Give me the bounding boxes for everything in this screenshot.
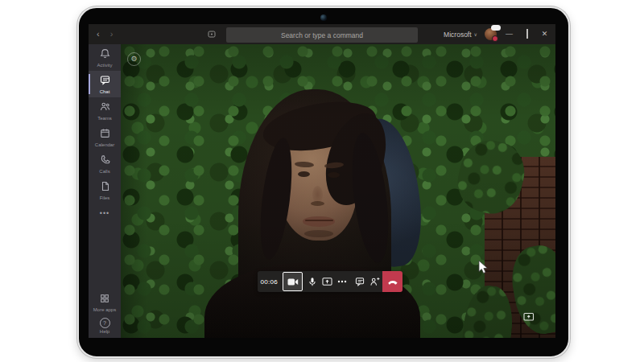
close-button[interactable]: ✕ [539, 24, 550, 44]
search-input[interactable] [226, 27, 418, 43]
sidebar-item-label: Calls [99, 169, 109, 174]
sidebar-bottom: More apps ? Help [89, 290, 121, 338]
history-nav: ‹ › [97, 24, 113, 44]
more-actions-button[interactable] [335, 271, 350, 292]
settings-gear-icon[interactable]: ⚙ [127, 52, 141, 66]
bell-icon [100, 47, 110, 62]
account-name: Microsoft [444, 31, 471, 39]
avatar[interactable] [485, 28, 497, 40]
show-conversation-button[interactable] [353, 271, 368, 292]
chin-shadow [304, 230, 333, 237]
sidebar-item-label: Activity [97, 63, 112, 68]
more-ellipsis-icon: ••• [100, 209, 109, 217]
ellipsis-icon [337, 280, 347, 283]
sidebar-item-chat[interactable]: Chat [89, 71, 121, 97]
share-screen-icon [322, 277, 332, 286]
video-feed: ⚙ 00:06 [121, 44, 555, 338]
desktop-background: ‹ › Microsoft ∨ — ✕ [0, 0, 644, 362]
eye-left [298, 171, 310, 177]
video-camera-icon [287, 278, 299, 286]
screen-pop-out-icon[interactable] [523, 312, 535, 322]
file-icon [100, 180, 110, 195]
help-circle-icon: ? [100, 318, 110, 328]
phone-icon [100, 154, 110, 168]
microphone-button[interactable] [304, 271, 320, 292]
active-call-indicator-icon[interactable] [208, 31, 217, 39]
share-screen-button[interactable] [320, 271, 335, 292]
minimize-button[interactable]: — [504, 24, 514, 44]
eye-right [328, 172, 340, 178]
add-participant-icon [369, 277, 380, 286]
chat-bubble-icon [100, 74, 110, 88]
sidebar-item-teams[interactable]: Teams [89, 97, 121, 124]
sidebar-item-activity[interactable]: Activity [89, 44, 121, 71]
notification-badge [491, 25, 501, 31]
mouse-cursor [478, 260, 489, 278]
maximize-icon [526, 29, 528, 39]
add-participant-button[interactable] [368, 271, 383, 292]
sidebar-item-label: Help [100, 329, 109, 334]
nose-shadow [311, 201, 324, 206]
maximize-button[interactable] [522, 24, 532, 44]
sidebar-item-label: Files [100, 195, 110, 200]
chevron-down-icon: ∨ [474, 31, 477, 37]
account-menu[interactable]: Microsoft ∨ [444, 31, 477, 39]
call-timer: 00:06 [258, 278, 281, 286]
apps-grid-icon [100, 292, 109, 306]
teams-app-window: ‹ › Microsoft ∨ — ✕ [89, 24, 555, 338]
sidebar-item-calendar[interactable]: Calendar [89, 124, 121, 150]
microphone-icon [308, 277, 317, 287]
forward-icon[interactable]: › [110, 24, 114, 44]
chat-icon [355, 277, 365, 286]
teams-people-icon [100, 101, 110, 115]
call-control-bar: 00:06 [258, 271, 402, 292]
sidebar-item-files[interactable]: Files [89, 177, 121, 204]
title-bar: ‹ › Microsoft ∨ — ✕ [89, 24, 555, 44]
back-icon[interactable]: ‹ [97, 24, 100, 44]
sidebar-item-calls[interactable]: Calls [89, 150, 121, 177]
title-bar-right: Microsoft ∨ — ✕ [444, 24, 550, 44]
lip-line [305, 220, 333, 221]
sidebar-item-label: Calendar [95, 142, 114, 147]
sidebar-item-more-apps[interactable]: More apps [89, 290, 121, 314]
sidebar-item-label: More apps [93, 307, 116, 312]
presence-status-dot [492, 35, 498, 42]
hang-up-button[interactable] [382, 271, 402, 292]
sidebar-item-help[interactable]: ? Help [89, 314, 121, 338]
hang-up-icon [387, 278, 398, 286]
smiling-mouth [303, 216, 335, 227]
app-sidebar: Activity Chat Teams [89, 44, 121, 338]
camera-toggle-button[interactable] [283, 272, 303, 291]
front-camera [320, 14, 327, 21]
sidebar-item-more[interactable]: ••• [89, 204, 121, 223]
sidebar-item-label: Teams [97, 116, 112, 121]
calendar-icon [100, 127, 110, 142]
sidebar-item-label: Chat [100, 89, 110, 94]
